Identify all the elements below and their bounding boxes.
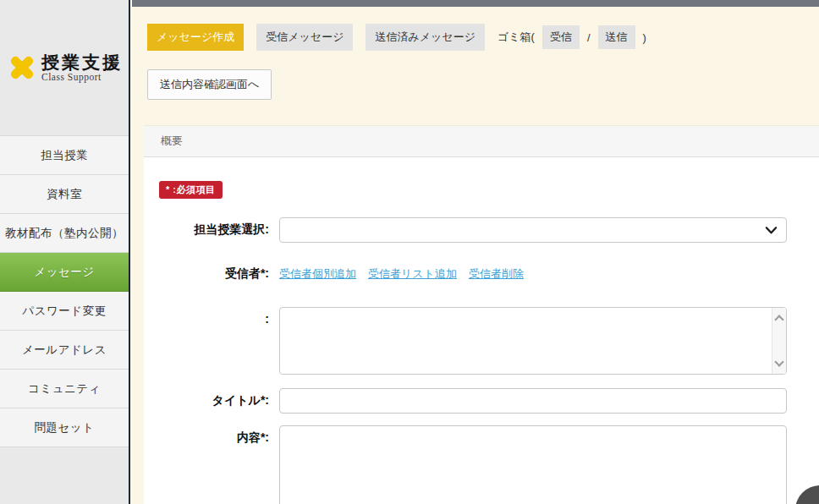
message-tabs: メッセージ作成 受信メッセージ 送信済みメッセージ ゴミ箱( 受信 / 送信 )	[147, 24, 819, 51]
trash-label-suffix: )	[643, 31, 646, 44]
recipients-row: 受信者*: 受信者個別追加 受信者リスト追加 受信者削除	[144, 261, 819, 282]
trash-sent-button[interactable]: 送信	[598, 25, 635, 49]
top-bar	[132, 0, 819, 7]
sidebar-item-label: 教材配布（塾内公開）	[5, 226, 124, 241]
body-textarea[interactable]	[279, 425, 787, 504]
crossed-pencils-logo-icon	[6, 52, 38, 84]
sidebar: 授業支援 Class Support 担当授業 資料室 教材配布（塾内公開） メ…	[0, 0, 130, 504]
body-label: 内容*:	[144, 425, 269, 504]
recipients-textarea[interactable]	[280, 308, 772, 374]
body-row: 内容*:	[144, 425, 819, 504]
sidebar-item-label: メッセージ	[34, 265, 94, 280]
trash-separator: /	[587, 31, 591, 44]
recipients-box-row: :	[144, 307, 819, 375]
panel-header: 概要	[144, 125, 819, 157]
app-title: 授業支援	[41, 53, 123, 72]
sidebar-item-community[interactable]: コミュニティ	[0, 370, 129, 408]
sidebar-item-label: コミュニティ	[28, 381, 101, 397]
app-logo[interactable]: 授業支援 Class Support	[0, 0, 129, 135]
course-select[interactable]	[279, 217, 787, 243]
title-label: タイトル*:	[144, 388, 269, 414]
required-badge: * :必須項目	[159, 181, 223, 199]
title-input[interactable]	[279, 388, 787, 414]
scrollbar[interactable]	[772, 308, 786, 374]
delete-recipient-link[interactable]: 受信者削除	[469, 266, 524, 282]
tab-compose-message[interactable]: メッセージ作成	[147, 24, 244, 51]
course-select-label: 担当授業選択:	[144, 217, 269, 243]
sidebar-item-messages[interactable]: メッセージ	[0, 253, 129, 292]
trash-group: ゴミ箱( 受信 / 送信 )	[497, 25, 646, 49]
course-select-row: 担当授業選択:	[144, 217, 819, 243]
app-subtitle: Class Support	[41, 72, 123, 82]
scroll-down-icon[interactable]	[774, 357, 783, 366]
main-content: メッセージ作成 受信メッセージ 送信済みメッセージ ゴミ箱( 受信 / 送信 )…	[132, 0, 819, 504]
recipients-box-label: :	[144, 307, 269, 375]
trash-received-button[interactable]: 受信	[542, 25, 580, 49]
panel-body: * :必須項目 担当授業選択: 受信者*:	[144, 157, 819, 504]
title-row: タイトル*:	[144, 388, 819, 414]
add-recipient-list-link[interactable]: 受信者リスト追加	[368, 266, 457, 282]
scroll-up-icon[interactable]	[774, 315, 783, 324]
add-recipient-individually-link[interactable]: 受信者個別追加	[279, 266, 356, 282]
sidebar-item-label: 問題セット	[35, 420, 95, 436]
sidebar-item-materials[interactable]: 教材配布（塾内公開）	[0, 214, 129, 253]
confirm-send-button[interactable]: 送信内容確認画面へ	[147, 69, 272, 100]
trash-label-prefix: ゴミ箱(	[497, 30, 535, 45]
sidebar-item-library[interactable]: 資料室	[0, 175, 129, 214]
tab-received-messages[interactable]: 受信メッセージ	[256, 24, 353, 51]
sidebar-item-email[interactable]: メールアドレス	[0, 331, 129, 370]
sidebar-item-label: メールアドレス	[22, 342, 107, 358]
sidebar-item-assigned-classes[interactable]: 担当授業	[0, 136, 129, 175]
sidebar-menu: 担当授業 資料室 教材配布（塾内公開） メッセージ パスワード変更 メールアドレ…	[0, 135, 129, 447]
sidebar-item-label: パスワード変更	[22, 304, 106, 319]
sidebar-item-password[interactable]: パスワード変更	[0, 292, 129, 331]
recipients-label: 受信者*:	[144, 261, 269, 282]
sidebar-item-question-sets[interactable]: 問題セット	[0, 408, 129, 447]
sidebar-item-label: 資料室	[47, 187, 82, 202]
overview-panel: 概要 * :必須項目 担当授業選択:	[144, 125, 819, 504]
tab-sent-messages[interactable]: 送信済みメッセージ	[366, 24, 485, 51]
sidebar-item-label: 担当授業	[41, 148, 88, 163]
